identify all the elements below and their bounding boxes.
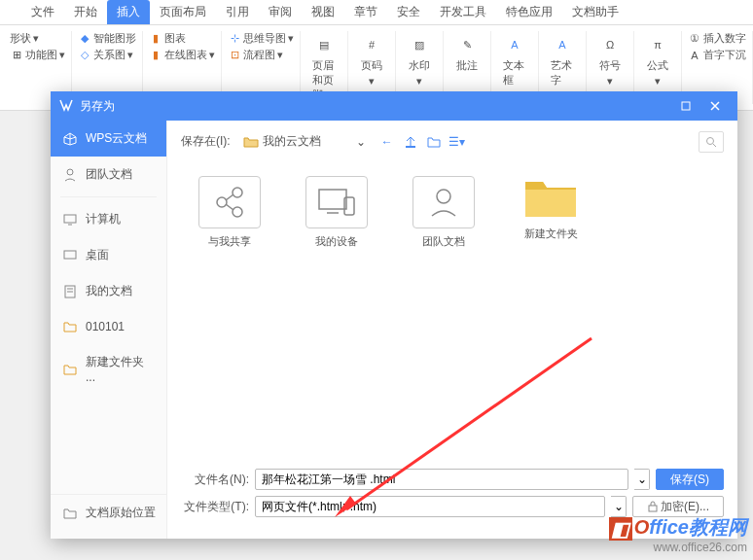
- svg-rect-5: [406, 146, 415, 148]
- svg-point-7: [217, 197, 227, 207]
- sidebar-wps-cloud[interactable]: WPS云文档: [51, 121, 166, 157]
- svg-point-8: [233, 188, 242, 197]
- ribbon-relation[interactable]: ◇关系图▾: [78, 48, 136, 62]
- new-folder-button[interactable]: [425, 133, 443, 151]
- file-item-team[interactable]: 团队文档: [405, 176, 483, 249]
- file-item-newfolder[interactable]: 新建文件夹: [512, 176, 590, 241]
- tab-featured[interactable]: 特色应用: [496, 0, 562, 24]
- tab-view[interactable]: 视图: [302, 0, 344, 24]
- annotate-icon: ✎: [455, 33, 479, 56]
- ribbon-symbol[interactable]: Ω符号▾: [592, 31, 628, 89]
- function-icon: ⊞: [10, 49, 23, 62]
- svg-rect-3: [64, 251, 76, 259]
- filetype-label: 文件类型(T):: [181, 499, 249, 515]
- onlinechart-icon: ▮: [149, 49, 162, 62]
- devices-icon: [315, 186, 358, 219]
- sidebar-folder1[interactable]: 010101: [51, 309, 166, 344]
- save-as-dialog: 另存为 WPS云文档 团队文档 计算机 桌面: [51, 91, 737, 539]
- tab-security[interactable]: 安全: [387, 0, 430, 24]
- filename-input[interactable]: 那年松花江第一场雪 .html: [255, 469, 628, 490]
- tab-pagelayout[interactable]: 页面布局: [150, 0, 216, 24]
- location-dropdown[interactable]: 我的云文档 ⌄: [236, 130, 373, 153]
- svg-point-9: [233, 207, 242, 217]
- sidebar-computer[interactable]: 计算机: [51, 201, 166, 237]
- svg-rect-10: [319, 190, 346, 209]
- ribbon-chart[interactable]: ▮图表: [149, 31, 215, 46]
- ribbon-smart[interactable]: ◆智能图形: [78, 31, 136, 46]
- dialog-main: 保存在(I): 我的云文档 ⌄ ← ☰▾ 与我共享: [167, 121, 737, 539]
- save-in-label: 保存在(I):: [181, 133, 231, 150]
- file-item-devices[interactable]: 我的设备: [298, 176, 376, 249]
- chevron-down-icon: ⌄: [356, 135, 366, 149]
- save-button[interactable]: 保存(S): [656, 469, 724, 490]
- view-options-button[interactable]: ☰▾: [448, 133, 466, 151]
- textbox-icon: A: [503, 33, 526, 56]
- file-grid: 与我共享 我的设备 团队文档 新建文件夹: [181, 166, 724, 463]
- sidebar-folder2[interactable]: 新建文件夹 ...: [51, 344, 166, 394]
- sidebar-mydocs[interactable]: 我的文档: [51, 273, 166, 309]
- ribbon-shapes[interactable]: 形状▾: [10, 31, 65, 46]
- tab-section[interactable]: 章节: [344, 0, 387, 24]
- folder-icon: [62, 506, 78, 521]
- formula-icon: π: [646, 33, 669, 56]
- ribbon-flowchart[interactable]: ⊡流程图▾: [228, 48, 294, 62]
- filetype-input[interactable]: 网页文件(*.html;*.htm): [255, 496, 605, 517]
- svg-rect-2: [64, 215, 76, 223]
- sidebar-team-doc[interactable]: 团队文档: [51, 157, 166, 192]
- up-button[interactable]: [402, 133, 419, 151]
- tab-insert[interactable]: 插入: [107, 0, 150, 24]
- dialog-sidebar: WPS云文档 团队文档 计算机 桌面 我的文档 010101: [51, 121, 167, 539]
- mindmap-icon: ⊹: [228, 32, 241, 46]
- sidebar-origin-location[interactable]: 文档原始位置: [51, 494, 167, 531]
- team-icon: [424, 183, 463, 222]
- ribbon-mindmap[interactable]: ⊹思维导图▾: [228, 31, 294, 46]
- tab-start[interactable]: 开始: [64, 0, 107, 24]
- documents-icon: [62, 284, 78, 299]
- svg-rect-0: [682, 102, 690, 110]
- ribbon-firstsink[interactable]: A首字下沉: [688, 48, 746, 62]
- search-button[interactable]: [699, 131, 724, 153]
- dialog-title: 另存为: [80, 98, 115, 115]
- ribbon-pagenum[interactable]: #页码▾: [354, 31, 389, 89]
- tab-file[interactable]: 文件: [21, 0, 64, 24]
- ribbon-insertnum[interactable]: ①插入数字: [688, 31, 746, 46]
- file-item-share[interactable]: 与我共享: [191, 176, 269, 249]
- lock-icon: [647, 501, 659, 512]
- back-button[interactable]: ←: [378, 133, 396, 151]
- folder-icon: [62, 362, 78, 377]
- search-icon: [705, 136, 717, 148]
- headerfooter-icon: ▤: [312, 33, 336, 56]
- cloud-icon: [62, 131, 78, 147]
- ribbon-onlinechart[interactable]: ▮在线图表▾: [149, 48, 215, 62]
- chart-icon: ▮: [149, 32, 162, 46]
- tab-review[interactable]: 审阅: [259, 0, 302, 24]
- folder-icon: [243, 135, 259, 149]
- tab-reference[interactable]: 引用: [216, 0, 259, 24]
- dialog-titlebar: 另存为: [51, 91, 737, 121]
- ribbon-formula[interactable]: π公式▾: [640, 31, 675, 89]
- team-icon: [62, 167, 78, 183]
- path-bar: 保存在(I): 我的云文档 ⌄ ← ☰▾: [181, 130, 724, 153]
- filename-dropdown[interactable]: ⌄: [634, 469, 650, 490]
- watermark: ◧Office教程网 www.office26.com: [609, 514, 747, 554]
- smartart-icon: ◆: [78, 32, 91, 46]
- wordart-icon: A: [551, 33, 574, 56]
- tab-devtools[interactable]: 开发工具: [430, 0, 496, 24]
- folder-icon: [62, 319, 78, 334]
- maximize-button[interactable]: [671, 95, 700, 117]
- svg-point-1: [67, 169, 73, 175]
- ribbon-annotate[interactable]: ✎批注: [449, 31, 484, 75]
- pagenum-icon: #: [360, 33, 383, 56]
- dropcap-icon: A: [688, 49, 701, 62]
- sidebar-desktop[interactable]: 桌面: [51, 237, 166, 273]
- watermark-icon: ▨: [408, 33, 431, 56]
- tab-dochelper[interactable]: 文档助手: [562, 0, 628, 24]
- share-icon: [210, 183, 249, 222]
- relation-icon: ◇: [78, 49, 91, 62]
- ribbon-watermark[interactable]: ▨水印▾: [402, 31, 437, 89]
- close-button[interactable]: [700, 95, 730, 117]
- ribbon-gongneng[interactable]: ⊞功能图▾: [10, 48, 65, 62]
- folder-icon: [523, 176, 578, 221]
- flowchart-icon: ⊡: [228, 49, 241, 62]
- insertnum-icon: ①: [688, 32, 701, 46]
